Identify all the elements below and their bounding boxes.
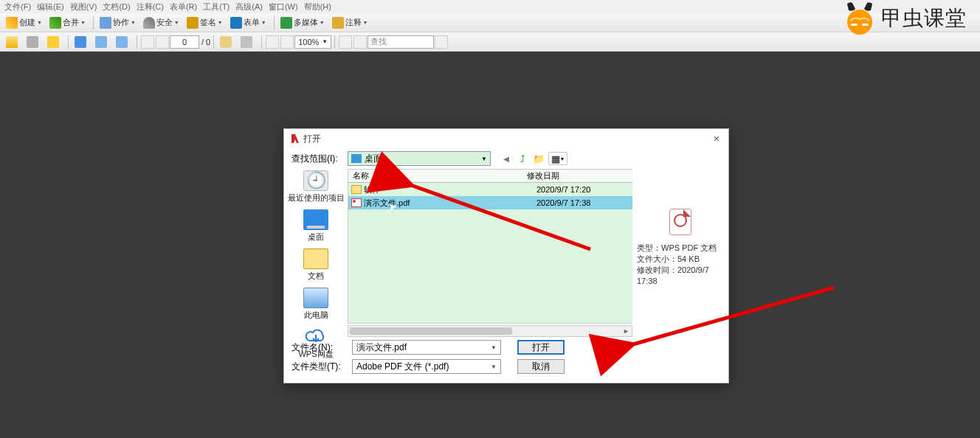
separator <box>261 35 262 49</box>
open-button[interactable]: 打开 <box>517 340 565 355</box>
scope-select[interactable]: 桌面 ▼ <box>348 151 491 166</box>
collab-button[interactable]: 协作▼ <box>97 16 139 29</box>
file-row[interactable]: 软件 2020/9/7 17:20 <box>348 183 632 196</box>
sidebar-item-desktop[interactable]: 桌面 <box>284 209 348 243</box>
preview-pane: 类型：WPS PDF 文档 文件大小：54 KB 修改时间：2020/9/7 1… <box>632 169 728 337</box>
form-button[interactable]: 表单▼ <box>227 16 269 29</box>
secure-button[interactable]: 安全▼ <box>140 16 182 29</box>
sidebar-label: 文档 <box>308 271 324 282</box>
file-row[interactable]: 演示文件.pdf 2020/9/7 17:38 <box>348 196 632 209</box>
form-icon <box>230 17 242 29</box>
filetype-select[interactable]: Adobe PDF 文件 (*.pdf)▼ <box>352 359 501 374</box>
comment-button[interactable]: 注释▼ <box>329 16 371 29</box>
menu-tool[interactable]: 工具(T) <box>203 1 230 13</box>
print-icon <box>27 36 38 48</box>
header-name[interactable]: 名称 <box>348 170 524 181</box>
mail-icon <box>47 36 59 48</box>
create-button[interactable]: 创建▼ <box>3 16 45 29</box>
menu-edit[interactable]: 编辑(E) <box>37 1 64 13</box>
generic-icon <box>95 36 107 48</box>
adobe-icon <box>290 133 300 144</box>
create-icon <box>6 17 18 29</box>
sidebar-label: 此电脑 <box>304 310 328 321</box>
scope-row: 查找范围(I): 桌面 ▼ ◄ ⤴ 📁 ▦▼ <box>284 148 728 169</box>
filename-label: 文件名(N): <box>291 341 352 354</box>
nav-back-button[interactable]: ◄ <box>500 152 513 165</box>
menu-help[interactable]: 帮助(H) <box>304 1 331 13</box>
menu-document[interactable]: 文档(D) <box>103 1 130 13</box>
tool-button-1[interactable] <box>92 35 111 49</box>
filename-input[interactable]: 演示文件.pdf▼ <box>352 340 501 355</box>
merge-button[interactable]: 合并▼ <box>46 16 89 29</box>
preview-pdf-icon <box>669 209 691 235</box>
horizontal-scrollbar[interactable]: ◄ ► <box>348 325 632 337</box>
file-list-header: 名称 修改日期 <box>348 170 632 183</box>
comment-icon <box>332 17 344 29</box>
header-date[interactable]: 修改日期 <box>524 170 632 181</box>
select-tool[interactable] <box>238 35 257 49</box>
separator <box>68 35 69 49</box>
page-current-input[interactable]: 0 <box>170 35 199 49</box>
scroll-thumb[interactable] <box>350 327 512 335</box>
media-button[interactable]: 多媒体▼ <box>277 16 328 29</box>
zoom-in-button[interactable] <box>280 35 294 49</box>
file-name: 演示文件.pdf <box>364 198 536 209</box>
menu-table[interactable]: 表单(R) <box>170 1 197 13</box>
open-folder-button[interactable] <box>3 35 22 49</box>
zoom-out-button[interactable] <box>266 35 279 49</box>
find-next-button[interactable] <box>435 35 448 49</box>
scope-label: 查找范围(I): <box>291 153 348 165</box>
zoom-select[interactable]: 100%▼ <box>294 35 331 49</box>
find-input[interactable]: 查找 <box>368 35 434 49</box>
scroll-right-icon[interactable]: ► <box>621 326 632 336</box>
svg-rect-1 <box>851 24 858 26</box>
menu-file[interactable]: 文件(F) <box>4 1 31 13</box>
mail-button[interactable] <box>44 35 63 49</box>
menu-window[interactable]: 窗口(W) <box>269 1 298 13</box>
media-icon <box>280 17 292 29</box>
file-list-area: 名称 修改日期 软件 2020/9/7 17:20 演示文件.pdf 2020/… <box>348 169 632 337</box>
menu-bar: 文件(F) 编辑(E) 视图(V) 文档(D) 注释(C) 表单(R) 工具(T… <box>0 0 980 13</box>
recent-icon: 🕘 <box>303 170 328 191</box>
menu-view[interactable]: 视图(V) <box>70 1 97 13</box>
file-list[interactable]: 名称 修改日期 软件 2020/9/7 17:20 演示文件.pdf 2020/… <box>348 169 632 324</box>
toolbar-main: 创建▼ 合并▼ 协作▼ 安全▼ 签名▼ 表单▼ 多媒体▼ 注释▼ <box>0 13 980 32</box>
close-button[interactable]: × <box>711 133 722 145</box>
save-button[interactable] <box>72 35 91 49</box>
file-date: 2020/9/7 17:38 <box>536 198 632 207</box>
sidebar-item-pc[interactable]: 此电脑 <box>284 288 348 321</box>
page-prev-button[interactable] <box>141 35 154 49</box>
open-dialog: 打开 × 查找范围(I): 桌面 ▼ ◄ ⤴ 📁 ▦▼ 🕘 最近使用的项目 桌面 <box>283 128 729 383</box>
file-name: 软件 <box>364 184 536 195</box>
cancel-button[interactable]: 取消 <box>517 359 565 374</box>
tool-button-2[interactable] <box>113 35 132 49</box>
filetype-label: 文件类型(T): <box>291 361 352 373</box>
file-date: 2020/9/7 17:20 <box>536 185 632 194</box>
merge-icon <box>49 17 61 29</box>
sidebar-item-recent[interactable]: 🕘 最近使用的项目 <box>284 170 348 204</box>
separator <box>137 35 137 49</box>
nav-up-button[interactable]: ⤴ <box>516 152 529 165</box>
nav-view-button[interactable]: ▦▼ <box>548 152 567 165</box>
fit-button-2[interactable] <box>353 35 367 49</box>
toolbar-secondary: 0 / 0 100%▼ 查找 <box>0 32 980 52</box>
desktop-icon <box>303 209 328 230</box>
menu-advanced[interactable]: 高级(A) <box>235 1 263 13</box>
lock-icon <box>143 17 155 29</box>
page-next-button[interactable] <box>156 35 169 49</box>
preview-size: 文件大小：54 KB <box>637 254 724 265</box>
nav-newfolder-button[interactable]: 📁 <box>532 152 545 165</box>
fit-button-1[interactable] <box>339 35 352 49</box>
pen-icon <box>187 17 199 29</box>
hand-tool[interactable] <box>217 35 236 49</box>
dialog-title-text: 打开 <box>303 133 321 145</box>
page-sep: / <box>201 38 204 46</box>
preview-type: 类型：WPS PDF 文档 <box>637 243 724 254</box>
places-sidebar: 🕘 最近使用的项目 桌面 文档 此电脑 WPS网盘 <box>284 169 348 337</box>
print-button[interactable] <box>24 35 43 49</box>
menu-comment[interactable]: 注释(C) <box>137 1 164 13</box>
sidebar-item-docs[interactable]: 文档 <box>284 248 348 282</box>
sidebar-label: 最近使用的项目 <box>288 192 345 204</box>
sign-button[interactable]: 签名▼ <box>184 16 226 29</box>
sidebar-label: 桌面 <box>308 232 324 243</box>
